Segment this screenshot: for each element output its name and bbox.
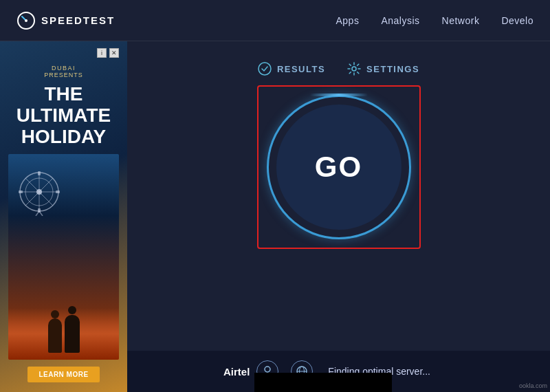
main-content: i ✕ DUBAI PRESENTS THE ULTIMATE HOLIDAY bbox=[0, 41, 550, 392]
settings-label: SETTINGS bbox=[366, 64, 419, 74]
ad-city: DUBAI bbox=[52, 65, 76, 72]
nav-network[interactable]: Network bbox=[442, 15, 480, 26]
speedtest-logo-icon bbox=[16, 11, 36, 30]
svg-rect-12 bbox=[56, 190, 60, 193]
go-button[interactable]: GO bbox=[276, 105, 402, 230]
svg-rect-11 bbox=[19, 190, 23, 193]
ad-info-icon[interactable]: i bbox=[97, 48, 107, 58]
ad-cta-button[interactable]: LEARN MORE bbox=[28, 367, 99, 382]
ad-sidebar: i ✕ DUBAI PRESENTS THE ULTIMATE HOLIDAY bbox=[0, 41, 127, 392]
svg-point-17 bbox=[265, 367, 270, 372]
ad-presents: PRESENTS bbox=[44, 72, 83, 78]
provider-name: Airtel bbox=[223, 366, 250, 378]
logo-text: SPEEDTEST bbox=[41, 14, 115, 26]
svg-point-15 bbox=[258, 63, 271, 75]
results-action[interactable]: RESULTS bbox=[258, 62, 325, 76]
header: SPEEDTEST Apps Analysis Network Develo bbox=[0, 0, 550, 41]
ad-top-bar: i ✕ bbox=[8, 48, 119, 58]
main-nav: Apps Analysis Network Develo bbox=[336, 15, 534, 26]
ad-controls: i ✕ bbox=[97, 48, 119, 58]
gear-icon bbox=[347, 62, 361, 76]
go-button-label: GO bbox=[315, 151, 362, 184]
black-bar bbox=[254, 373, 392, 392]
action-bar: RESULTS SETTINGS bbox=[258, 62, 419, 76]
ad-close-icon[interactable]: ✕ bbox=[109, 48, 119, 58]
svg-rect-9 bbox=[38, 171, 41, 175]
check-circle-icon bbox=[258, 62, 272, 76]
go-button-highlight bbox=[310, 94, 368, 96]
nav-apps[interactable]: Apps bbox=[336, 15, 359, 26]
settings-action[interactable]: SETTINGS bbox=[347, 62, 419, 76]
people-silhouettes bbox=[22, 315, 105, 353]
svg-line-13 bbox=[36, 211, 39, 216]
svg-point-1 bbox=[25, 19, 28, 22]
ookla-watermark: ookla.com bbox=[519, 382, 547, 389]
ad-headline-1: THE ULTIMATE HOLIDAY bbox=[16, 84, 111, 147]
nav-develo[interactable]: Develo bbox=[501, 15, 534, 26]
svg-line-14 bbox=[39, 211, 43, 216]
results-label: RESULTS bbox=[277, 64, 325, 74]
ferris-wheel-icon bbox=[15, 168, 63, 216]
svg-point-8 bbox=[36, 189, 42, 195]
speed-test-content: RESULTS SETTINGS GO bbox=[127, 41, 550, 392]
ad-image bbox=[8, 154, 119, 360]
go-button-wrapper[interactable]: GO bbox=[267, 95, 411, 239]
nav-analysis[interactable]: Analysis bbox=[381, 15, 419, 26]
svg-point-16 bbox=[352, 67, 356, 71]
logo-area: SPEEDTEST bbox=[16, 11, 115, 30]
